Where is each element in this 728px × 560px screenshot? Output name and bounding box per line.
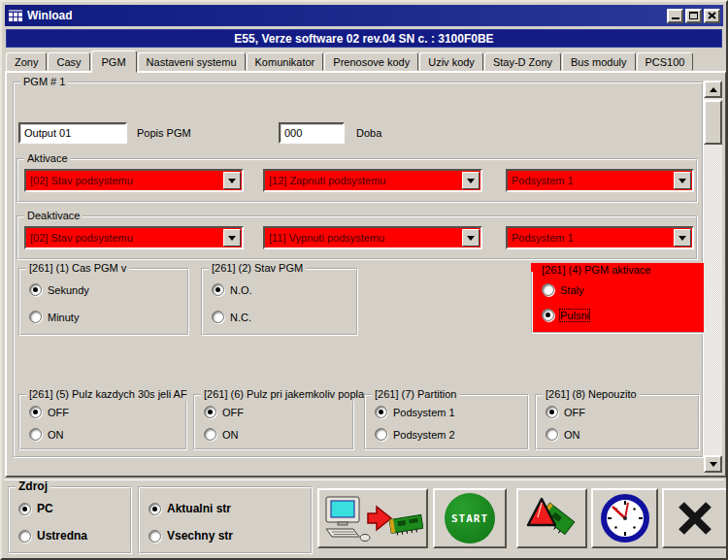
panel-info-header: E55, Verze software 02 rev.04 SN c. : 31… (6, 29, 722, 48)
nepouzito-group: [261] (8) Nepouzito OFF ON (535, 394, 700, 450)
chevron-down-icon[interactable] (674, 229, 691, 247)
aktivace-subevent-dropdown[interactable]: [12] Zapnuti podsystemu (263, 169, 482, 192)
exit-button[interactable] (662, 488, 728, 548)
deaktivace-subevent-dropdown[interactable]: [11] Vypnuti podsystemu (263, 226, 482, 249)
chevron-down-icon[interactable] (674, 172, 691, 189)
deaktivace-partition-dropdown[interactable]: Podsystem 1 (506, 226, 694, 249)
triangle-down-icon (710, 462, 717, 467)
tab-komunikator[interactable]: Komunikator (247, 52, 324, 71)
tab-bar: Zony Casy PGM Nastaveni systemu Komunika… (6, 50, 722, 71)
title-bar: Winload (5, 5, 723, 26)
winload-window: Winload E55, Verze software 02 rev.04 SN… (0, 0, 728, 560)
partition-group: [261] (7) Partition Podsystem 1 Podsyste… (364, 394, 529, 450)
pulz-poplach-group: [261] (6) Pulz pri jakemkoliv popla OFF … (193, 394, 354, 450)
chevron-down-icon[interactable] (462, 172, 480, 189)
pages-group: Aktualni str Vsechny str (138, 486, 313, 554)
vertical-scrollbar[interactable] (704, 81, 722, 473)
radio-sekundy[interactable] (29, 283, 42, 296)
footer-panel: Zdroj PC Ustredna Aktualni str Vsechny s… (4, 479, 724, 556)
scroll-down-button[interactable] (704, 455, 722, 473)
minimize-button[interactable] (667, 9, 683, 23)
tab-uziv-kody[interactable]: Uziv kody (419, 52, 483, 71)
deaktivace-group-title: Deaktivace (24, 210, 83, 222)
tab-prenosove-kody[interactable]: Prenosove kody (324, 52, 418, 71)
radio-minuty[interactable] (29, 311, 42, 323)
clock-button[interactable] (591, 488, 658, 548)
window-title: Winload (27, 9, 663, 22)
cas-pgm-group: [261] (1) Cas PGM v Sekundy Minuty (18, 268, 189, 336)
x-icon (674, 497, 716, 540)
zdroj-group: Zdroj PC Ustredna (8, 486, 132, 554)
radio-g8-off[interactable] (546, 406, 558, 418)
tab-stay-d-zony[interactable]: Stay-D Zony (484, 52, 561, 71)
pgm-aktivace-group-title: [261] (4) PGM aktivace (539, 264, 654, 277)
alarm-card-icon (526, 494, 579, 543)
maximize-icon (689, 12, 698, 19)
partition-group-title: [261] (7) Partition (372, 388, 459, 401)
clock-icon (600, 493, 650, 544)
radio-pulsni[interactable] (542, 309, 554, 321)
close-button[interactable] (704, 9, 720, 23)
radio-nc[interactable] (212, 311, 224, 323)
doba-label: Doba (356, 127, 381, 139)
start-icon: START (445, 493, 495, 544)
write-to-panel-button[interactable] (317, 488, 428, 548)
radio-g5-off[interactable] (29, 406, 42, 418)
tab-bus-moduly[interactable]: Bus moduly (562, 52, 635, 71)
doba-input[interactable] (279, 122, 345, 144)
deaktivace-event-dropdown[interactable]: [02] Stav podsystemu (24, 226, 244, 249)
start-button[interactable]: START (433, 488, 507, 548)
radio-staly[interactable] (542, 283, 554, 296)
aktivace-partition-dropdown[interactable]: Podsystem 1 (506, 169, 694, 192)
aktivace-event-dropdown[interactable]: [02] Stav podsystemu (24, 169, 244, 192)
radio-g5-on[interactable] (29, 428, 42, 441)
close-icon (708, 12, 716, 19)
tab-zony[interactable]: Zony (6, 52, 47, 71)
stav-pgm-group-title: [261] (2) Stav PGM (209, 262, 306, 275)
radio-g6-off[interactable] (204, 406, 216, 418)
tab-pcs100[interactable]: PCS100 (637, 52, 694, 71)
aktivace-group-title: Aktivace (24, 152, 71, 165)
pulz-30s-group-title: [261] (5) Pulz kazdych 30s jeli AF (26, 388, 190, 401)
radio-pc[interactable] (18, 503, 31, 515)
app-icon (8, 9, 23, 22)
popis-pgm-input[interactable] (18, 122, 127, 144)
aktivace-group: Aktivace [02] Stav podsystemu [12] Zapnu… (17, 158, 698, 203)
tab-pgm[interactable]: PGM (91, 50, 137, 73)
scrollbar-thumb[interactable] (704, 100, 722, 145)
radio-g8-on[interactable] (546, 428, 558, 441)
pc-to-panel-icon (322, 493, 423, 544)
popis-pgm-label: Popis PGM (137, 127, 191, 139)
minimize-icon (672, 17, 679, 19)
pgm-aktivace-group: [261] (4) PGM aktivace Staly Pulsni (531, 270, 706, 334)
chevron-down-icon[interactable] (462, 229, 480, 247)
chevron-down-icon[interactable] (223, 229, 241, 247)
deaktivace-group: Deaktivace [02] Stav podsystemu [11] Vyp… (17, 215, 698, 260)
pgm-1-group: PGM # 1 Popis PGM Doba Aktivace [02] Sta… (13, 82, 704, 458)
zdroj-group-title: Zdroj (16, 480, 50, 493)
chevron-down-icon[interactable] (223, 172, 241, 189)
stav-pgm-group: [261] (2) Stav PGM N.O. N.C. (201, 268, 358, 336)
pulz-poplach-group-title: [261] (6) Pulz pri jakemkoliv popla (201, 388, 367, 401)
radio-podsystem-2[interactable] (375, 428, 387, 441)
nepouzito-group-title: [261] (8) Nepouzito (543, 388, 640, 401)
radio-vsechny-str[interactable] (149, 530, 161, 543)
tab-nastaveni-systemu[interactable]: Nastaveni systemu (138, 52, 246, 71)
pulz-30s-group: [261] (5) Pulz kazdych 30s jeli AF OFF O… (18, 394, 187, 450)
radio-podsystem-1[interactable] (375, 406, 387, 418)
triangle-up-icon (710, 87, 717, 92)
cas-pgm-group-title: [261] (1) Cas PGM v (26, 262, 129, 275)
scroll-up-button[interactable] (704, 81, 722, 98)
radio-ustredna[interactable] (18, 530, 31, 543)
maximize-button[interactable] (685, 9, 702, 23)
tab-casy[interactable]: Casy (48, 52, 89, 71)
radio-no[interactable] (212, 283, 224, 296)
read-events-button[interactable] (516, 488, 587, 548)
radio-aktualni-str[interactable] (149, 503, 161, 515)
pgm-tab-page: PGM # 1 Popis PGM Doba Aktivace [02] Sta… (5, 71, 727, 478)
radio-g6-on[interactable] (204, 428, 216, 441)
pgm-1-group-title: PGM # 1 (20, 76, 68, 88)
